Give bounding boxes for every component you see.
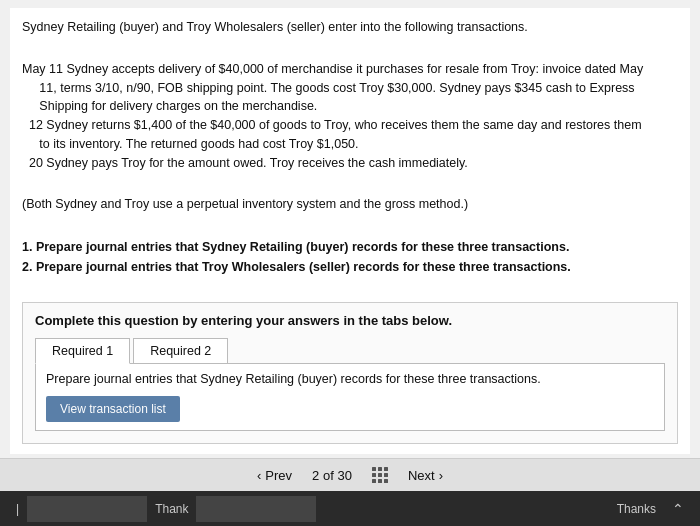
pagination-bar: ‹ Prev 2 of 30 Next › — [0, 458, 700, 491]
grid-icon[interactable] — [372, 467, 388, 483]
prev-button[interactable]: ‹ Prev — [257, 468, 292, 483]
of-label: of — [323, 468, 337, 483]
prev-label: Prev — [265, 468, 292, 483]
footer-bar: | Thank Thanks ⌃ — [0, 491, 700, 526]
current-page: 2 — [312, 468, 319, 483]
footer-thanks: Thanks — [617, 502, 656, 516]
footer-input[interactable] — [27, 496, 147, 522]
page-info: 2 of 30 — [312, 468, 352, 483]
tab-content: Prepare journal entries that Sydney Reta… — [35, 364, 665, 431]
total-pages: 30 — [337, 468, 351, 483]
chevron-right-icon: › — [439, 468, 443, 483]
intro-line1: Sydney Retailing (buyer) and Troy Wholes… — [22, 18, 678, 37]
note-text: (Both Sydney and Troy use a perpetual in… — [22, 195, 678, 214]
instructions-block: 1. Prepare journal entries that Sydney R… — [22, 237, 678, 277]
chevron-up-icon[interactable]: ⌃ — [672, 501, 684, 517]
tab-required2[interactable]: Required 2 — [133, 338, 228, 363]
next-button[interactable]: Next › — [408, 468, 443, 483]
footer-input2[interactable] — [196, 496, 316, 522]
chevron-left-icon: ‹ — [257, 468, 261, 483]
transaction-block: May 11 Sydney accepts delivery of $40,00… — [22, 60, 678, 173]
q2-label: 2. Prepare journal entries that Troy Who… — [22, 260, 571, 274]
footer-pipe: | — [16, 502, 19, 516]
tab-description: Prepare journal entries that Sydney Reta… — [46, 372, 654, 386]
footer-thank: Thank — [155, 502, 188, 516]
next-label: Next — [408, 468, 435, 483]
question-box-title: Complete this question by entering your … — [35, 313, 665, 328]
q1-label: 1. Prepare journal entries that Sydney R… — [22, 240, 569, 254]
tab-required1[interactable]: Required 1 — [35, 338, 130, 364]
question-box: Complete this question by entering your … — [22, 302, 678, 444]
tabs-row: Required 1 Required 2 — [35, 338, 665, 364]
view-transaction-button[interactable]: View transaction list — [46, 396, 180, 422]
